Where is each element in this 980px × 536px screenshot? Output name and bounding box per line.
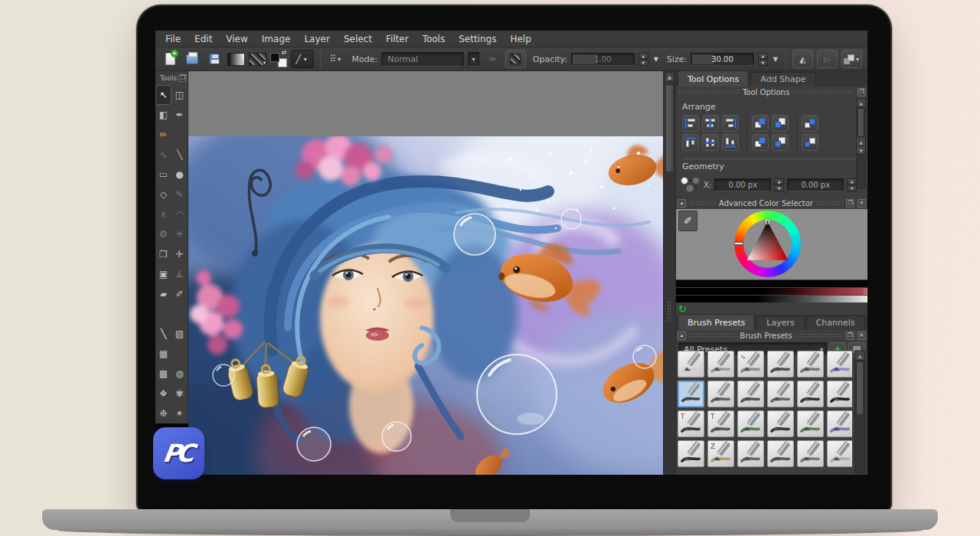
menu-item[interactable]: File (158, 31, 188, 47)
sketch-soft-preset[interactable] (797, 440, 824, 467)
toolbox-header[interactable]: Tools ❐ (155, 71, 188, 85)
size-slider[interactable]: 30.00 (691, 53, 754, 66)
drag-handle[interactable] (795, 333, 843, 338)
tool-button[interactable]: ∡ (172, 264, 188, 284)
purple-soft-preset[interactable] (827, 351, 852, 377)
tool-button[interactable]: ╲ (172, 145, 188, 165)
align-right-button[interactable] (722, 115, 739, 132)
tool-button[interactable]: ✏ (155, 125, 172, 145)
tool-options-scrollbar[interactable]: ▲ ▲ ▼ (856, 98, 866, 188)
blending-mode-select[interactable]: Normal (381, 52, 464, 67)
texture-pen-preset[interactable]: T (678, 410, 704, 437)
dark-ink-preset[interactable] (767, 410, 794, 437)
green-paint-preset[interactable] (737, 410, 764, 437)
tool-button[interactable]: ❖ (155, 384, 172, 404)
brush-presets-docker-header[interactable]: ▴ Brush Presets ❐ ✕ (676, 330, 867, 341)
menu-item[interactable]: Tools (416, 31, 452, 47)
float-docker-icon[interactable]: ❐ (846, 199, 854, 208)
mirror-vertical-button[interactable]: ▻ (817, 50, 838, 68)
menu-item[interactable]: Filter (379, 31, 416, 47)
docker-tab[interactable]: Channels (806, 315, 865, 330)
align-hcenter-button[interactable] (702, 115, 719, 132)
menu-item[interactable]: Help (503, 31, 537, 47)
shade-strip-red[interactable] (676, 288, 867, 295)
preset-grid-scrollbar[interactable]: ▲ (854, 351, 865, 473)
x-spinner[interactable]: ▲▼ (774, 178, 784, 191)
refresh-icon[interactable]: ↻ (678, 304, 687, 314)
tool-button[interactable]: ▩ (155, 364, 172, 384)
tool-button[interactable]: ✾ (172, 384, 188, 404)
sketch-faint-preset[interactable] (827, 440, 852, 467)
soft-brush-preset[interactable] (707, 351, 734, 377)
zigzag-preset[interactable]: Z (707, 440, 734, 467)
align-vcenter-button[interactable] (702, 134, 719, 151)
new-document-button[interactable]: + (161, 50, 179, 68)
open-document-button[interactable] (183, 50, 201, 68)
tool-button[interactable]: ✎ (172, 185, 188, 204)
float-docker-icon[interactable]: ❐ (858, 88, 866, 96)
drag-handle[interactable] (689, 201, 716, 205)
tool-button[interactable]: ◧ (155, 105, 172, 125)
tool-button[interactable]: ◇ (155, 185, 172, 204)
hue-ring[interactable] (734, 211, 801, 277)
preserve-alpha-button[interactable] (505, 50, 526, 68)
size-spinner[interactable]: ▲▼ (758, 53, 768, 66)
menu-item[interactable]: Layer (297, 31, 336, 47)
scroll-up-icon[interactable]: ▲ (857, 138, 865, 146)
tool-button[interactable]: ∿ (155, 145, 172, 165)
tool-button[interactable]: ✴ (172, 404, 188, 423)
drag-handle[interactable] (689, 333, 737, 338)
purple-splat-preset[interactable] (827, 410, 852, 437)
spin-up-icon[interactable]: ▲ (758, 53, 768, 59)
y-position-field[interactable]: 0.00 px (787, 178, 844, 191)
tool-button[interactable]: ● (172, 165, 188, 185)
charcoal-preset[interactable] (797, 381, 824, 407)
docker-tab[interactable]: Tool Options (678, 70, 749, 87)
tool-button[interactable]: ▨ (172, 324, 188, 344)
tool-button[interactable]: ❒ (155, 244, 172, 264)
opacity-spinner[interactable]: ▲▼ (639, 53, 648, 66)
sketch-pen-preset[interactable] (737, 440, 764, 467)
opacity-slider[interactable]: 1.00 (571, 53, 635, 66)
opacity-dropdown-icon[interactable]: ▼ (652, 56, 660, 63)
blending-mode-dropdown-icon[interactable]: ▾ (468, 52, 479, 67)
bring-front-button[interactable] (752, 134, 769, 151)
group-button[interactable] (802, 115, 818, 132)
gradient-chooser-button[interactable]: ▾ (227, 53, 245, 66)
tool-button[interactable]: ◫ (172, 85, 188, 105)
scrollbar-thumb[interactable] (665, 84, 674, 172)
menu-item[interactable]: Image (255, 31, 298, 47)
menu-item[interactable]: Select (337, 31, 379, 47)
x-position-field[interactable]: 0.00 px (714, 178, 771, 191)
green-splat-preset[interactable] (797, 410, 824, 437)
tool-button[interactable]: ❉ (155, 404, 172, 423)
advanced-color-selector[interactable]: ✐ (676, 209, 867, 279)
tool-button[interactable]: ◠ (172, 204, 188, 224)
float-docker-icon[interactable]: ❐ (178, 74, 187, 82)
lower-button[interactable] (772, 115, 789, 132)
tool-button[interactable]: ❂ (155, 224, 172, 244)
align-top-button[interactable] (682, 134, 699, 151)
menu-item[interactable]: View (219, 31, 254, 47)
pencil-hb-preset[interactable] (737, 381, 764, 407)
shade-strip-value[interactable] (676, 296, 867, 302)
foreground-background-colors[interactable]: ⇄ (270, 51, 286, 67)
close-docker-icon[interactable]: ✕ (858, 199, 866, 208)
ungroup-button[interactable] (802, 134, 818, 151)
spin-down-icon[interactable]: ▼ (758, 60, 768, 66)
pencil-preset[interactable] (678, 381, 704, 407)
drag-handle[interactable] (792, 90, 854, 94)
spin-up-icon[interactable]: ▲ (639, 53, 648, 59)
align-bottom-button[interactable] (722, 134, 739, 151)
size-dropdown-icon[interactable]: ▼ (772, 56, 779, 63)
pencil-2b-preset[interactable] (707, 381, 734, 407)
tool-button[interactable]: ▭ (155, 165, 172, 185)
docker-tab[interactable]: Brush Presets (678, 314, 755, 330)
sketch-pencil-preset[interactable] (767, 440, 794, 467)
brush-tip-selector-button[interactable]: ⠿ ▾ (327, 50, 345, 68)
airbrush-preset[interactable] (678, 351, 704, 377)
noise-pen-preset[interactable]: ∿ (737, 351, 764, 377)
tool-button[interactable]: ✒ (172, 105, 188, 125)
mirror-horizontal-button[interactable]: ◭ (792, 50, 813, 68)
wet-brush-preset[interactable] (797, 351, 824, 377)
